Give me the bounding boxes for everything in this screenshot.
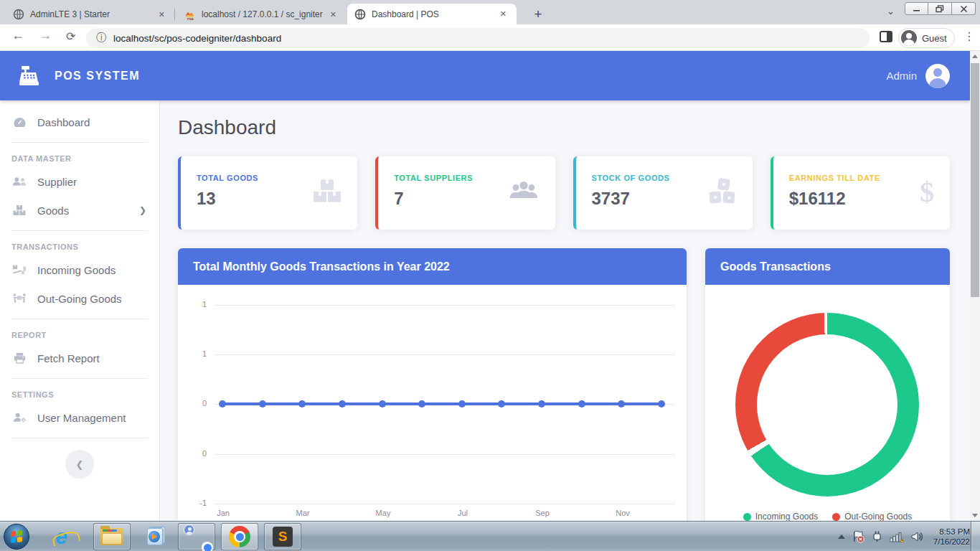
data-point xyxy=(259,400,266,408)
scrollbar-thumb[interactable] xyxy=(971,63,979,297)
sidebar-item-label: Dashboard xyxy=(37,116,90,128)
scroll-down-button[interactable] xyxy=(970,510,980,521)
data-point xyxy=(578,400,585,408)
new-tab-button[interactable]: + xyxy=(528,5,548,24)
network-icon[interactable] xyxy=(890,530,904,543)
taskbar-clock[interactable]: 8:53 PM 7/16/2022 xyxy=(933,527,970,547)
user-avatar-icon[interactable] xyxy=(925,64,950,88)
x-axis-tick: May xyxy=(367,509,399,517)
navbar-user[interactable]: Admin xyxy=(886,64,950,88)
sidebar-item-dashboard[interactable]: Dashboard xyxy=(0,108,159,136)
data-point xyxy=(339,400,346,408)
forward-button[interactable]: → xyxy=(39,28,52,43)
donut-chart-title: Goods Transactions xyxy=(720,260,831,273)
taskbar-sublime-text[interactable]: S xyxy=(264,523,301,550)
app-navbar: POS SYSTEM Admin xyxy=(0,51,970,100)
volume-icon[interactable] xyxy=(910,530,924,543)
y-axis-tick: 0 xyxy=(182,449,207,458)
back-button[interactable]: ← xyxy=(11,28,24,43)
user-cog-icon xyxy=(11,412,27,423)
sidebar-heading: REPORT xyxy=(0,325,159,344)
data-point xyxy=(418,400,425,408)
sidebar-item-supplier[interactable]: Supplier xyxy=(0,167,159,196)
sidebar-heading: SETTINGS xyxy=(0,385,159,403)
show-hidden-icons-button[interactable] xyxy=(838,534,845,539)
page-info-icon[interactable]: ⓘ xyxy=(96,32,106,44)
sidebar-item-outgoing-goods[interactable]: Out-Going Goods xyxy=(0,284,159,313)
refresh-button[interactable]: ⟳ xyxy=(66,29,75,43)
x-axis-tick: Jan xyxy=(207,509,239,517)
taskbar-chrome-active[interactable] xyxy=(221,523,258,550)
minimize-button[interactable] xyxy=(905,2,928,15)
power-plug-icon[interactable] xyxy=(871,530,883,543)
sidebar-item-goods[interactable]: Goods ❯ xyxy=(0,196,159,225)
side-panel-icon[interactable] xyxy=(880,31,892,45)
donut-chart-panel: Goods Transactions Incoming Goods Out-Go… xyxy=(705,248,950,551)
legend-dot xyxy=(832,513,840,521)
close-button[interactable] xyxy=(952,2,976,15)
browser-menu-icon[interactable]: ⋮ xyxy=(963,29,975,43)
donut-hole xyxy=(757,334,897,475)
svg-text:PMA: PMA xyxy=(187,17,194,21)
taskbar-internet-explorer[interactable]: e xyxy=(44,523,78,550)
tab-close-icon[interactable]: ✕ xyxy=(497,9,509,19)
line-chart: 1 1 0 0 -1 Jan Mar May Jul Sep Nov xyxy=(178,285,687,551)
data-point xyxy=(498,400,505,408)
data-point xyxy=(219,400,226,408)
show-desktop-button[interactable] xyxy=(971,522,980,551)
screen: AdminLTE 3 | Starter ✕ PMA localhost / 1… xyxy=(0,0,980,551)
browser-profile-button[interactable]: Guest xyxy=(898,28,955,48)
sidebar-item-label: User Management xyxy=(37,412,126,424)
chrome-icon xyxy=(229,526,250,547)
taskbar-media-player[interactable] xyxy=(138,523,171,550)
x-axis-tick: Mar xyxy=(287,509,319,517)
sidebar-item-incoming-goods[interactable]: Incoming Goods xyxy=(0,255,159,284)
windows-logo-icon xyxy=(11,530,22,543)
y-axis-tick: -1 xyxy=(182,499,207,507)
x-axis-tick: Nov xyxy=(607,509,639,517)
tab-phpmyadmin[interactable]: PMA localhost / 127.0.0.1 / sc_igniterp … xyxy=(177,4,347,24)
page-title: Dashboard xyxy=(178,116,950,139)
stat-label: EARNINGS TILL DATE xyxy=(789,174,936,182)
data-point xyxy=(379,400,386,408)
donut-chart: Incoming Goods Out-Going Goods xyxy=(705,285,950,551)
taskbar-chrome-profile[interactable] xyxy=(178,523,215,550)
address-bar[interactable]: ⓘ localhost/sc/pos-codeigniter/dashboard xyxy=(86,28,870,48)
truck-loading-icon xyxy=(11,264,27,276)
tab-search-chevron-icon[interactable]: ⌄ xyxy=(887,6,895,17)
start-button[interactable] xyxy=(4,524,29,550)
browser-tab-strip: AdminLTE 3 | Starter ✕ PMA localhost / 1… xyxy=(0,0,980,24)
phpmyadmin-favicon: PMA xyxy=(184,9,196,20)
url-text[interactable]: localhost/sc/pos-codeigniter/dashboard xyxy=(113,33,281,44)
sidebar-divider xyxy=(11,142,148,143)
sidebar-item-fetch-report[interactable]: Fetch Report xyxy=(0,344,159,372)
data-point xyxy=(458,400,466,408)
sidebar-collapse-button[interactable]: ❮ xyxy=(65,450,94,479)
tab-adminlte[interactable]: AdminLTE 3 | Starter ✕ xyxy=(6,4,175,24)
brand[interactable]: POS SYSTEM xyxy=(19,65,140,87)
scroll-up-button[interactable] xyxy=(970,51,980,62)
stat-card-stock-of-goods: STOCK OF GOODS 3737 xyxy=(573,156,753,230)
clock-time: 8:53 PM xyxy=(933,527,970,537)
brand-title: POS SYSTEM xyxy=(55,70,140,83)
tab-close-icon[interactable]: ✕ xyxy=(327,9,339,20)
action-center-icon[interactable] xyxy=(852,530,864,543)
tab-close-icon[interactable]: ✕ xyxy=(156,9,168,20)
user-name: Admin xyxy=(886,70,917,82)
sidebar-item-label: Goods xyxy=(37,204,69,217)
system-tray: 8:53 PM 7/16/2022 xyxy=(838,522,970,551)
line-chart-title: Total Monthly Goods Transactions in Year… xyxy=(193,260,450,273)
data-point xyxy=(658,400,665,408)
legend-item-outgoing: Out-Going Goods xyxy=(832,512,912,522)
globe-favicon xyxy=(354,9,366,20)
taskbar-file-explorer[interactable] xyxy=(93,523,131,550)
x-axis-tick: Jul xyxy=(447,509,479,517)
tab-dashboard-pos[interactable]: Dashboard | POS ✕ xyxy=(347,4,517,24)
page-scrollbar[interactable] xyxy=(970,51,980,521)
y-axis-tick: 1 xyxy=(182,300,207,309)
stat-cards-row: TOTAL GOODS 13 TOTAL SUPPLIERS 7 STOCK O… xyxy=(178,156,950,230)
restore-button[interactable] xyxy=(928,2,952,15)
y-axis-tick: 1 xyxy=(182,349,207,358)
sidebar-item-user-management[interactable]: User Management xyxy=(0,403,159,432)
data-line xyxy=(222,402,661,405)
